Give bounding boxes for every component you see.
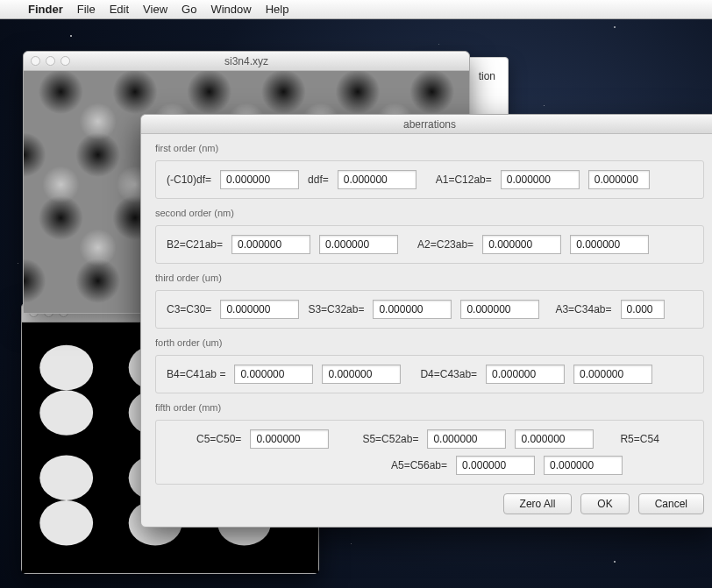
input-a1b[interactable] (588, 170, 650, 189)
label-ddf: ddf= (308, 174, 329, 186)
menu-item-file[interactable]: File (77, 3, 96, 16)
dialog-title: aberrations (141, 115, 712, 134)
menu-item-window[interactable]: Window (210, 3, 251, 16)
label-d4: D4=C43ab= (420, 368, 477, 380)
group-third-order: C3=C30= S3=C32ab= A3=C34ab= (155, 290, 704, 329)
input-s5b[interactable] (515, 429, 594, 449)
svg-point-2 (39, 390, 93, 435)
label-c5: C5=C50= (196, 433, 241, 445)
group-second-order: B2=C21ab= A2=C23ab= (155, 225, 704, 264)
svg-point-17 (261, 71, 306, 114)
zoom-icon[interactable] (61, 56, 70, 66)
label-a3: A3=C34ab= (555, 303, 611, 315)
group-label-second: second order (nm) (155, 208, 704, 218)
cancel-button[interactable]: Cancel (638, 493, 704, 514)
input-s3a[interactable] (373, 300, 452, 319)
dialog-button-row: Zero All OK Cancel (155, 493, 704, 514)
input-b2a[interactable] (231, 235, 310, 254)
input-a2a[interactable] (482, 235, 561, 254)
input-c10[interactable] (220, 170, 299, 189)
input-c3[interactable] (220, 300, 299, 319)
svg-point-1 (39, 345, 93, 390)
label-s3: S3=C32ab= (308, 303, 364, 315)
label-r5: R5=C54 (620, 433, 659, 445)
group-forth-order: B4=C41ab = D4=C43ab= (155, 355, 704, 393)
svg-point-40 (80, 103, 117, 139)
label-b2: B2=C21ab= (167, 238, 223, 251)
input-b4a[interactable] (234, 365, 313, 384)
minimize-icon[interactable] (46, 56, 55, 66)
label-b4: B4=C41ab = (167, 368, 225, 380)
svg-point-8 (39, 500, 93, 545)
group-first-order: (-C10)df= ddf= A1=C12ab= (155, 160, 704, 199)
label-c10: (-C10)df= (167, 174, 211, 186)
zero-all-button[interactable]: Zero All (503, 493, 573, 514)
input-a5b[interactable] (544, 456, 623, 475)
svg-point-14 (39, 71, 83, 114)
menu-item-edit[interactable]: Edit (110, 3, 129, 16)
sim-window-titlebar[interactable]: si3n4.xyz (24, 52, 469, 71)
svg-point-45 (42, 166, 79, 202)
svg-point-7 (39, 456, 93, 500)
input-a5a[interactable] (456, 456, 535, 475)
close-icon[interactable] (31, 56, 40, 66)
input-b4b[interactable] (322, 365, 401, 384)
menu-item-view[interactable]: View (143, 3, 167, 16)
group-fifth-order: C5=C50= S5=C52ab= R5=C54 A5=C56ab= (155, 420, 704, 485)
label-s5: S5=C52ab= (362, 433, 418, 445)
menu-app-name[interactable]: Finder (28, 3, 63, 16)
input-a1a[interactable] (501, 170, 580, 189)
group-label-first: first order (nm) (155, 143, 704, 153)
ok-button[interactable]: OK (580, 493, 629, 514)
label-a2: A2=C23ab= (417, 238, 473, 251)
input-ddf[interactable] (338, 170, 417, 189)
menu-item-go[interactable]: Go (182, 3, 196, 16)
svg-point-51 (80, 229, 117, 266)
svg-point-19 (409, 71, 454, 114)
sim-window-title: si3n4.xyz (24, 55, 469, 67)
input-b2b[interactable] (319, 235, 398, 254)
menu-bar: Finder File Edit View Go Window Help (0, 0, 712, 19)
group-label-fifth: fifth order (mm) (155, 402, 704, 413)
label-c3: C3=C30= (167, 303, 211, 315)
menu-item-help[interactable]: Help (266, 3, 289, 16)
input-s3b[interactable] (460, 300, 539, 319)
input-c5[interactable] (250, 429, 329, 449)
label-a1: A1=C12ab= (436, 174, 492, 186)
svg-point-15 (113, 71, 158, 114)
group-label-forth: forth order (um) (155, 337, 704, 348)
input-d4a[interactable] (486, 365, 565, 384)
svg-point-16 (187, 71, 231, 114)
group-label-third: third order (um) (155, 273, 704, 283)
input-d4b[interactable] (573, 365, 652, 384)
input-a3a[interactable] (621, 300, 665, 319)
input-a2b[interactable] (570, 235, 649, 254)
svg-point-18 (336, 71, 381, 114)
label-a5: A5=C56ab= (391, 459, 447, 471)
aberrations-dialog: aberrations first order (nm) (-C10)df= d… (140, 114, 712, 528)
input-s5a[interactable] (427, 429, 506, 449)
